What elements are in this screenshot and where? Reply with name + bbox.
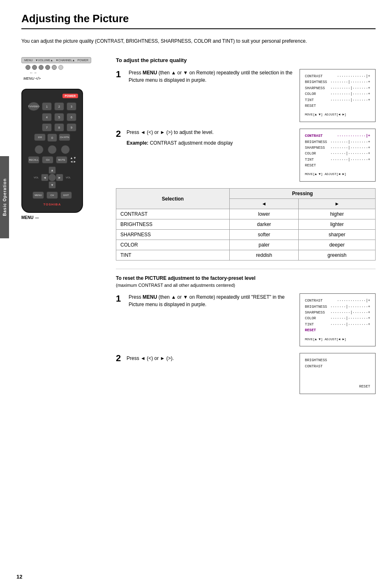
tv-button-2 [32,65,37,70]
remote-num-5: 5 [54,113,64,121]
page-title: Adjusting the Picture [21,12,376,29]
remote-num-2: 2 [54,102,64,111]
tv-button-3 [39,65,44,70]
table-cell-selection: SHARPNESS [116,230,230,240]
tv-menu-label: MENU [24,59,33,62]
section1-step2: 2 Press ◄ (<) or ► (>) to adjust the lev… [116,129,376,182]
step2-text: Press ◄ (<) or ► (>) to adjust the level… [127,129,214,135]
sidebar-tab-label: Basic Operation [2,178,7,216]
remote-chrtn-button: CH RTN [59,134,70,141]
osd2-move-text: MOVE[▲ ▼] ADJUST[◄ ►] [305,172,370,177]
tv-power-button [52,65,57,70]
step1-prefix: Press [129,70,143,76]
remote-exit-button: EXIT [60,191,72,199]
osd3-move-text: MOVE[▲ ▼] ADJUST[◄ ►] [305,337,370,342]
table-header-selection: Selection [116,189,230,209]
tv-volume-label: ▼VOLUME▲ [35,59,53,62]
remote-num-3: 3 [67,102,76,111]
table-cell-selection: COLOR [116,240,230,250]
section1-step1: 1 Press MENU (then ▲ or ▼ on Remote) rep… [116,69,376,122]
sidebar-tab: Basic Operation [0,156,9,238]
remote-circle-2 [48,145,57,154]
table-row: CONTRAST lower higher [116,209,376,219]
tv-power-label: POWER [78,59,88,62]
reset-step1-number: 1 [116,293,122,304]
table-header-pressing: Pressing [229,189,375,199]
reset-step2-number: 2 [116,353,122,364]
table-cell-left: lower [229,209,298,219]
dpad-up: ▲ [48,166,56,174]
remote-circle-3 [61,145,70,154]
step1-number: 1 [116,69,122,80]
step1-menu-bold: MENU [143,70,157,76]
reset-heading: To reset the PICTURE adjustment to the f… [116,275,376,281]
reset-step2: 2 Press ◄ (<) or ► (>). BRIGHTNESS CONTR… [116,353,376,394]
remote-num-1: 1 [42,102,52,111]
menu-indicator: MENU </> [23,76,108,81]
remote-tvvideo-button: TV/VIDEO [28,102,39,111]
remote-control: POWER TV/VIDEO 1 2 3 4 5 6 [21,89,83,213]
remote-arrow-label: ▲▼◄► [70,156,76,164]
reset-step1-description: Press MENU (then ▲ or ▼ on Remote) repea… [129,293,293,308]
remote-100-button: 100 [34,134,46,141]
example-block: Example: CONTRAST adjustment mode displa… [127,139,233,147]
table-header-left: ◄ [229,199,298,209]
intro-paragraph: You can adjust the picture quality (CONT… [21,37,376,45]
remote-num-9: 9 [67,123,76,131]
table-row: COLOR paler deeper [116,240,376,250]
section1-heading: To adjust the picture quality [116,57,376,63]
reset-step2-text: Press ◄ (<) or ► (>). [127,353,174,362]
menu-below-label: MENU — [21,215,108,220]
table-row: SHARPNESS softer sharper [116,230,376,240]
reset-step2-osd: BRIGHTNESS CONTRAST RESET [300,353,376,394]
table-cell-right: sharper [299,230,376,240]
dpad-center [48,174,56,181]
remote-menu-button: MENU [32,191,44,199]
remote-num-8: 8 [54,123,64,131]
remote-dpad: ▲ ▼ ◄ ► [41,166,63,189]
step1-osd: CONTRAST·············|+ BRIGHTNESS······… [300,69,376,122]
step2-number: 2 [116,129,122,139]
page-number: 12 [16,574,22,580]
table-cell-selection: TINT [116,250,230,261]
table-cell-right: higher [299,209,376,219]
reset-step1-prefix: Press [129,294,143,300]
remote-ch-bottom-button: CH [46,191,58,199]
remote-vol-right-label: VOL [66,176,71,179]
table-cell-left: reddish [229,250,298,261]
table-cell-right: lighter [299,219,376,230]
right-column: To adjust the picture quality 1 Press ME… [116,57,376,394]
tv-top-bar: MENU ▼VOLUME▲ ▼CHANNEL▲ POWER [21,57,91,63]
table-cell-left: paler [229,240,298,250]
adjustment-table: Selection Pressing ◄ ► CONTRAST lower hi… [116,188,376,261]
tv-arrow-indicator: ←→ [30,71,37,75]
tv-button-4 [45,65,50,70]
tv-button-1 [25,65,30,70]
step2-osd: CONTRAST·············|+ BRIGHTNESS······… [300,129,376,182]
reset-osd4-label: RESET [305,384,370,390]
example-label: Example: [127,140,148,146]
osd1-move-text: MOVE[▲ ▼] ADJUST[◄ ►] [305,112,370,118]
table-row: BRIGHTNESS darker lighter [116,219,376,230]
table-row: TINT reddish greenish [116,250,376,261]
remote-num-6: 6 [67,113,76,121]
remote-mute-button: MUTE [56,156,67,164]
remote-ch-button: CH [42,156,53,164]
reset-step1-osd: CONTRAST·············|+ BRIGHTNESS······… [300,293,376,346]
table-cell-left: softer [229,230,298,240]
remote-recall-button: RECALL [28,156,39,164]
table-cell-selection: CONTRAST [116,209,230,219]
remote-num-7: 7 [42,123,52,131]
reset-sub: (maximum CONTRAST and all other adjustme… [116,283,376,288]
step1-description: Press MENU (then ▲ or ▼ on Remote) repea… [129,69,293,84]
brand-label: TOSHIBA [44,203,61,206]
table-header-right: ► [299,199,376,209]
remote-num-4: 4 [42,113,52,121]
dpad-down: ▼ [48,181,56,189]
left-column: MENU ▼VOLUME▲ ▼CHANNEL▲ POWER ←→ MENU </… [21,57,108,220]
table-cell-right: greenish [299,250,376,261]
table-cell-selection: BRIGHTNESS [116,219,230,230]
dpad-right: ► [56,174,63,181]
table-cell-left: darker [229,219,298,230]
example-text: CONTRAST adjustment mode display [150,140,233,146]
